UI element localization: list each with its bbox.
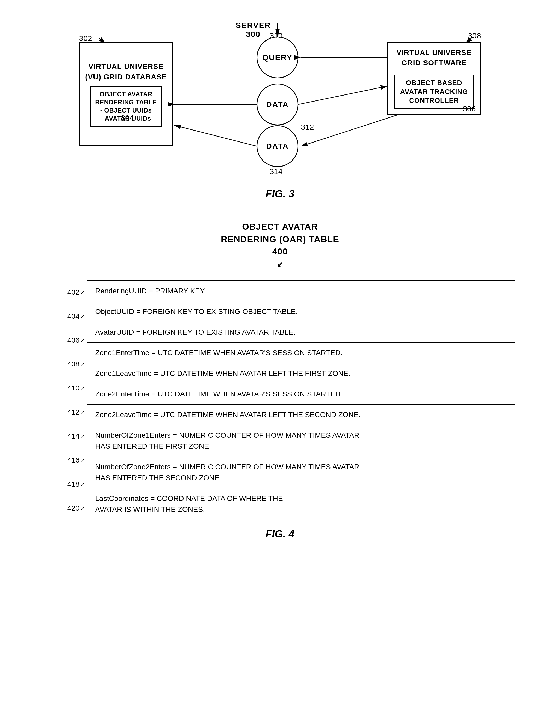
ref-310: 310 xyxy=(270,31,283,40)
data1-circle: DATA xyxy=(257,84,298,125)
server-label: 310 SERVER 300 xyxy=(236,21,271,39)
fig3-caption: FIG. 3 xyxy=(266,188,294,200)
row-content-412: Zone2EnterTime = UTC DATETIME WHEN AVATA… xyxy=(87,384,515,404)
row-ref-410: 410↗ xyxy=(45,376,87,400)
ref-306: 306 xyxy=(463,104,476,113)
ref-304: 304 xyxy=(121,114,134,122)
row-content-414: Zone2LeaveTime = UTC DATETIME WHEN AVATA… xyxy=(87,404,515,425)
row-ref-418: 418↗ xyxy=(45,472,87,496)
row-content-408: Zone1EnterTime = UTC DATETIME WHEN AVATA… xyxy=(87,343,515,364)
row-ref-416: 416↗ xyxy=(45,448,87,472)
row-content-418: NumberOfZone2Enters = NUMERIC COUNTER OF… xyxy=(87,457,515,488)
ref-302: 302 xyxy=(79,34,92,43)
fig4-section: OBJECT AVATAR RENDERING (OAR) TABLE 400 … xyxy=(21,221,539,540)
row-ref-414: 414↗ xyxy=(45,424,87,448)
row-ref-412: 412↗ xyxy=(45,400,87,424)
svg-line-5 xyxy=(298,86,387,104)
table-rows: 402↗404↗406↗408↗410↗412↗414↗416↗418↗420↗… xyxy=(45,280,515,520)
svg-line-6 xyxy=(301,115,398,146)
oar-title: OBJECT AVATAR RENDERING (OAR) TABLE 400 … xyxy=(221,221,339,270)
row-content-416: NumberOfZone1Enters = NUMERIC COUNTER OF… xyxy=(87,425,515,457)
row-ref-402: 402↗ xyxy=(45,280,87,304)
ref-314: 314 xyxy=(270,167,283,176)
ref-312: 312 xyxy=(301,123,314,132)
vu-software-box: VIRTUAL UNIVERSEGRID SOFTWARE OBJECT BAS… xyxy=(387,42,481,115)
fig3-section: 310 SERVER 300 VIRTUAL UNIVERSE(VU) GRID… xyxy=(21,16,539,200)
svg-line-7 xyxy=(174,125,257,146)
row-ref-408: 408↗ xyxy=(45,353,87,376)
row-content-406: AvatarUUID = FOREIGN KEY TO EXISTING AVA… xyxy=(87,322,515,343)
vu-db-box: VIRTUAL UNIVERSE(VU) GRID DATABASE OBJEC… xyxy=(79,42,173,146)
row-ref-404: 404↗ xyxy=(45,304,87,329)
row-content-402: RenderingUUID = PRIMARY KEY. xyxy=(87,281,515,302)
ref-308: 308 xyxy=(468,31,481,40)
fig4-caption: FIG. 4 xyxy=(266,528,294,540)
row-content-410: Zone1LeaveTime = UTC DATETIME WHEN AVATA… xyxy=(87,364,515,384)
query-circle: QUERY xyxy=(257,37,298,78)
row-content-420: LastCoordinates = COORDINATE DATA OF WHE… xyxy=(87,488,515,520)
fig3-diagram: 310 SERVER 300 VIRTUAL UNIVERSE(VU) GRID… xyxy=(58,21,502,183)
oar-table-container: 402↗404↗406↗408↗410↗412↗414↗416↗418↗420↗… xyxy=(45,280,515,520)
row-content-404: ObjectUUID = FOREIGN KEY TO EXISTING OBJ… xyxy=(87,302,515,322)
row-ref-420: 420↗ xyxy=(45,496,87,520)
data2-circle: DATA xyxy=(257,125,298,167)
row-ref-406: 406↗ xyxy=(45,329,87,353)
object-based-avatar-tracking-controller: OBJECT BASEDAVATAR TRACKINGCONTROLLER xyxy=(394,75,474,109)
